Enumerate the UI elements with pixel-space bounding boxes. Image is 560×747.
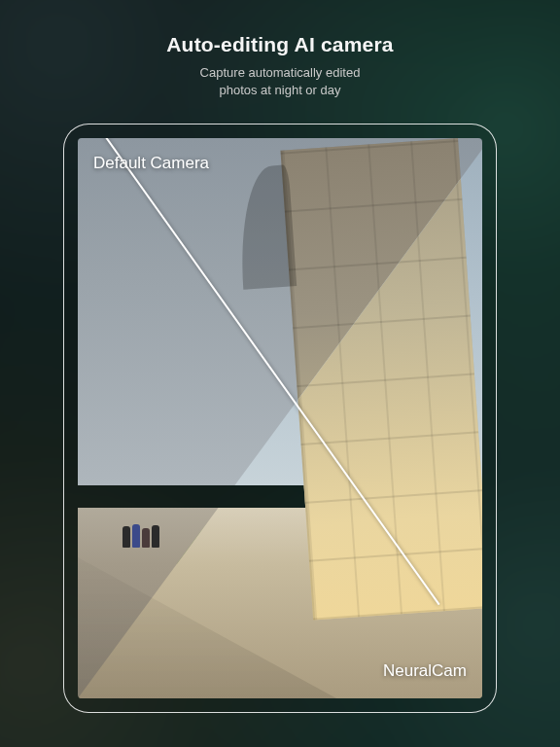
subheadline: Capture automatically edited photos at n… <box>200 64 361 98</box>
subheadline-line-2: photos at night or day <box>219 83 340 97</box>
people-in-photo <box>122 509 161 548</box>
headline: Auto-editing AI camera <box>166 33 393 56</box>
device-frame: Default Camera NeuralCam <box>63 124 497 713</box>
photo-comparison: Default Camera NeuralCam <box>78 138 482 698</box>
subheadline-line-1: Capture automatically edited <box>200 65 361 80</box>
promo-content: Auto-editing AI camera Capture automatic… <box>0 0 560 747</box>
label-default-camera: Default Camera <box>93 154 209 173</box>
label-neuralcam: NeuralCam <box>383 661 467 681</box>
